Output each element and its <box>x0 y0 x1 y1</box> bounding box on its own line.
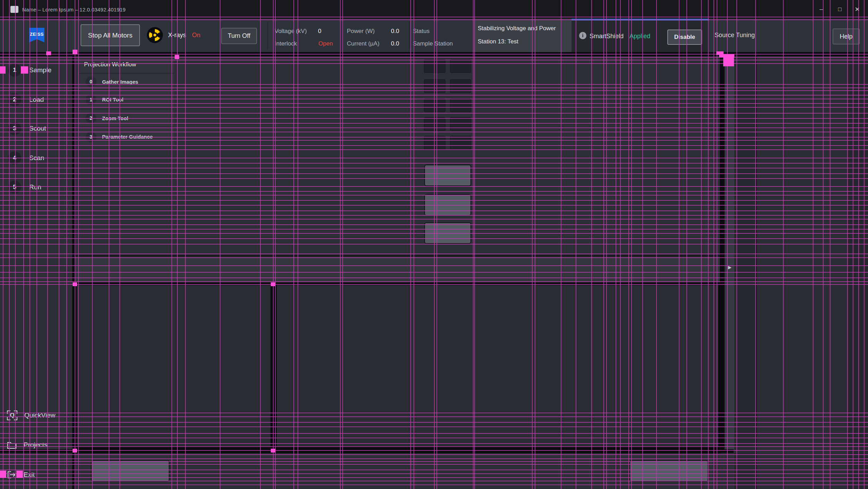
mini-toggle-button[interactable] <box>450 59 471 73</box>
step-label: Load <box>29 96 44 103</box>
xrays-label: X-rays <box>168 32 186 39</box>
mini-toggle-button[interactable] <box>450 136 471 150</box>
close-button[interactable]: ✕ <box>849 0 866 19</box>
sidebar-step-sample[interactable]: 1Sample <box>0 61 72 79</box>
title-bar: Name – Lorem Ipsum – 12.0.03492.401919 –… <box>0 0 868 19</box>
sidebar-item-label: Exit <box>24 471 35 479</box>
workflow-item-number: 3 <box>86 132 96 142</box>
exit-icon <box>7 471 17 479</box>
workflow-item-gather-images[interactable]: 0Gather Images <box>79 73 174 90</box>
step-number-badge: 1 <box>8 64 21 77</box>
bottom-right-button[interactable] <box>629 460 708 482</box>
mini-toggle-button[interactable] <box>424 117 445 131</box>
main-content: 1Sample2Load3Scout4Scan5Run QQuickViewPr… <box>0 56 868 489</box>
workflow-item-label: Zoom Tool <box>102 115 128 121</box>
current-value: 0.0 <box>391 40 399 47</box>
source-tuning-label: Source Tuning <box>715 32 755 39</box>
sidebar-step-run[interactable]: 5Run <box>0 178 72 196</box>
xrays-state: On <box>192 32 200 39</box>
projection-workflow-panel: Projection Workflow 0Gather Images1ROI T… <box>79 56 174 146</box>
mini-toggle-button[interactable] <box>424 136 445 150</box>
step-label: Scout <box>29 125 46 132</box>
status-message-panel: Stabilizing Voltage and Power Station 13… <box>473 19 571 52</box>
mini-toggle-button[interactable] <box>424 98 445 112</box>
workflow-item-label: ROI Tool <box>102 97 123 102</box>
sidebar-item-label: QuickView <box>24 412 55 419</box>
mini-toggle-button[interactable] <box>450 79 471 93</box>
application-window: Name – Lorem Ipsum – 12.0.03492.401919 –… <box>0 0 868 489</box>
status-label: Status <box>413 28 429 35</box>
step-number-badge: 4 <box>8 151 21 165</box>
smartshield-state: Applied <box>629 33 650 40</box>
bottom-bar-divider <box>616 454 617 489</box>
mini-toggle-button[interactable] <box>424 59 445 73</box>
smartshield-panel: i SmartShield Applied Disable <box>571 19 709 52</box>
info-icon: i <box>579 32 586 39</box>
sidebar-item-exit[interactable]: Exit <box>0 466 72 483</box>
workflow-item-label: Gather Images <box>102 79 138 85</box>
side-action-button[interactable] <box>424 222 471 244</box>
mini-toggle-button[interactable] <box>450 98 471 112</box>
sidebar-step-load[interactable]: 2Load <box>0 91 72 109</box>
workflow-item-number: 1 <box>86 94 96 105</box>
workflow-item-roi-tool[interactable]: 1ROI Tool <box>79 90 174 109</box>
panel-expander-arrow[interactable]: ▶ <box>726 265 734 270</box>
mini-toggle-button[interactable] <box>424 79 445 93</box>
status-message: Stabilizing Voltage and Power <box>478 25 556 32</box>
workflow-panel-title: Projection Workflow <box>79 56 174 73</box>
canvas-panel-left[interactable] <box>77 285 270 446</box>
interlock-label: Interlock <box>275 40 297 47</box>
step-number-badge: 3 <box>8 122 21 135</box>
workflow-item-number: 0 <box>86 76 96 87</box>
canvas-panel-right[interactable] <box>277 285 718 446</box>
workflow-item-zoom-tool[interactable]: 2Zoom Tool <box>79 109 174 127</box>
stop-all-motors-button[interactable]: Stop All Motors <box>81 24 140 46</box>
smartshield-label: SmartShield <box>590 33 624 40</box>
interlock-value: Open <box>318 40 333 47</box>
window-title: Name – Lorem Ipsum – 12.0.03492.401919 <box>22 7 126 13</box>
workflow-item-label: Parameter Guidance <box>102 134 153 140</box>
bottom-left-button[interactable] <box>91 460 169 482</box>
sidebar-item-label: Projects <box>24 441 48 449</box>
step-label: Sample <box>29 66 51 74</box>
sidebar-step-scan[interactable]: 4Scan <box>0 149 72 167</box>
help-button[interactable]: Help <box>833 28 860 44</box>
side-action-button[interactable] <box>424 165 471 186</box>
top-toolbar: ZEISS Stop All Motors X-rays On Turn Off… <box>0 19 868 52</box>
canvas-bottom-strip <box>0 449 734 453</box>
turn-off-button[interactable]: Turn Off <box>221 28 257 44</box>
voltage-value: 0 <box>318 28 321 35</box>
minimize-button[interactable]: – <box>812 0 830 19</box>
workflow-item-parameter-guidance[interactable]: 3Parameter Guidance <box>79 127 174 146</box>
voltage-label: Voltage (kV) <box>275 28 307 35</box>
quickview-q-glyph: Q <box>10 412 14 419</box>
right-zone-3 <box>847 56 868 489</box>
power-label: Power (W) <box>347 28 375 35</box>
quickview-icon: Q <box>7 411 17 420</box>
side-action-button[interactable] <box>424 194 471 216</box>
zeiss-logo: ZEISS <box>29 28 44 42</box>
toolbar-divider <box>267 22 268 49</box>
station-message: Station 13: Test <box>478 38 518 45</box>
right-zone-2 <box>757 56 847 489</box>
radiation-icon <box>147 27 163 43</box>
station-label: Sample Station <box>413 40 453 47</box>
power-value: 0.0 <box>391 28 399 35</box>
workflow-item-number: 2 <box>86 113 96 123</box>
toolbar-bottom-strip <box>0 52 868 56</box>
current-label: Current (µA) <box>347 40 379 47</box>
disable-button[interactable]: Disable <box>667 30 702 45</box>
sidebar-step-scout[interactable]: 3Scout <box>0 119 72 138</box>
maximize-button[interactable]: □ <box>831 0 849 19</box>
step-label: Run <box>29 183 41 191</box>
right-divider-column <box>720 56 725 449</box>
toolbar-divider <box>342 22 343 49</box>
right-zone-1 <box>734 56 756 489</box>
step-label: Scan <box>29 154 44 162</box>
toolbar-divider <box>409 22 410 49</box>
status-strip <box>75 257 720 281</box>
projects-folder-icon <box>7 441 17 449</box>
sidebar-item-quickview[interactable]: QQuickView <box>0 407 72 424</box>
step-number-badge: 5 <box>8 181 21 194</box>
mini-toggle-button[interactable] <box>450 117 471 131</box>
